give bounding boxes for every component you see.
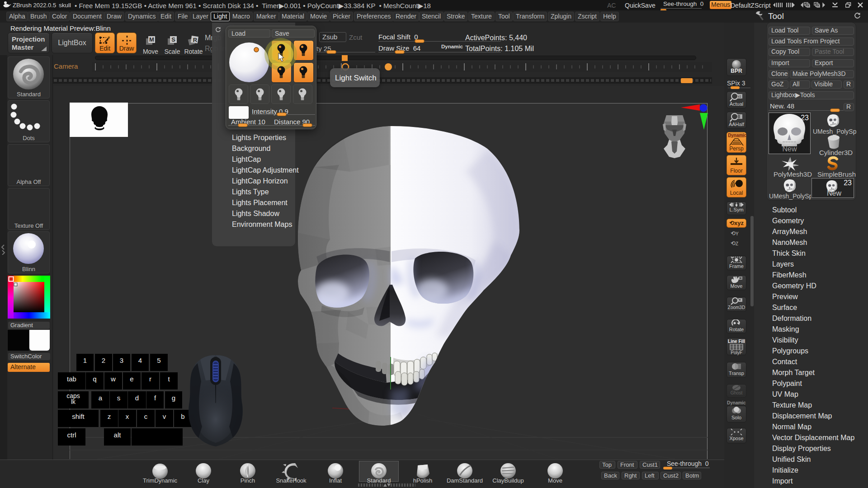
svg-text:R: R — [193, 37, 198, 43]
svg-text:M: M — [149, 36, 154, 43]
svg-text:x1: x1 — [738, 95, 741, 98]
svg-text:S: S — [171, 36, 175, 43]
